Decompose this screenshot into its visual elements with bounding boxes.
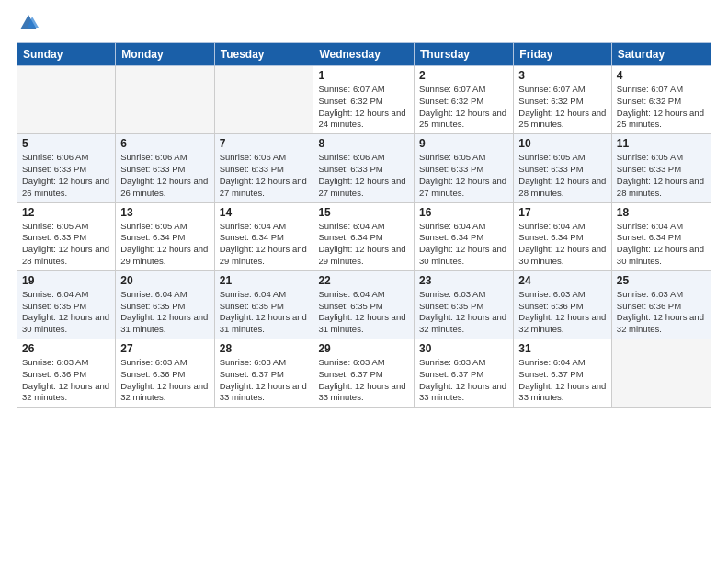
calendar-cell: [17, 66, 116, 134]
calendar-cell: 20Sunrise: 6:04 AM Sunset: 6:35 PM Dayli…: [116, 270, 214, 339]
calendar-cell: 6Sunrise: 6:06 AM Sunset: 6:33 PM Daylig…: [116, 134, 214, 202]
day-number: 24: [518, 274, 607, 287]
calendar-cell: 2Sunrise: 6:07 AM Sunset: 6:32 PM Daylig…: [415, 66, 514, 134]
day-info: Sunrise: 6:07 AM Sunset: 6:32 PM Dayligh…: [518, 84, 607, 131]
col-header-saturday: Saturday: [611, 43, 711, 66]
day-number: 27: [120, 342, 209, 355]
day-info: Sunrise: 6:04 AM Sunset: 6:34 PM Dayligh…: [220, 221, 309, 268]
day-number: 20: [120, 274, 209, 287]
col-header-tuesday: Tuesday: [214, 43, 313, 66]
header: [17, 15, 711, 33]
page: SundayMondayTuesdayWednesdayThursdayFrid…: [0, 0, 728, 563]
day-info: Sunrise: 6:03 AM Sunset: 6:36 PM Dayligh…: [617, 289, 706, 336]
calendar-cell: 1Sunrise: 6:07 AM Sunset: 6:32 PM Daylig…: [313, 66, 415, 134]
calendar-cell: 27Sunrise: 6:03 AM Sunset: 6:36 PM Dayli…: [116, 339, 214, 408]
calendar-week-row: 5Sunrise: 6:06 AM Sunset: 6:33 PM Daylig…: [17, 134, 711, 202]
day-info: Sunrise: 6:03 AM Sunset: 6:37 PM Dayligh…: [419, 357, 508, 404]
day-info: Sunrise: 6:04 AM Sunset: 6:34 PM Dayligh…: [617, 221, 706, 268]
day-number: 13: [120, 206, 209, 219]
calendar-cell: 22Sunrise: 6:04 AM Sunset: 6:35 PM Dayli…: [313, 270, 415, 339]
calendar-cell: 3Sunrise: 6:07 AM Sunset: 6:32 PM Daylig…: [514, 66, 612, 134]
day-number: 5: [22, 137, 110, 150]
logo-icon: [18, 13, 39, 33]
day-number: 26: [22, 342, 110, 355]
calendar-cell: 17Sunrise: 6:04 AM Sunset: 6:34 PM Dayli…: [514, 202, 612, 270]
day-info: Sunrise: 6:06 AM Sunset: 6:33 PM Dayligh…: [220, 152, 309, 199]
day-info: Sunrise: 6:04 AM Sunset: 6:35 PM Dayligh…: [318, 289, 409, 336]
calendar-cell: 5Sunrise: 6:06 AM Sunset: 6:33 PM Daylig…: [17, 134, 116, 202]
calendar-cell: 16Sunrise: 6:04 AM Sunset: 6:34 PM Dayli…: [415, 202, 514, 270]
calendar-cell: 12Sunrise: 6:05 AM Sunset: 6:33 PM Dayli…: [17, 202, 116, 270]
day-info: Sunrise: 6:04 AM Sunset: 6:35 PM Dayligh…: [220, 289, 309, 336]
day-info: Sunrise: 6:04 AM Sunset: 6:35 PM Dayligh…: [120, 289, 209, 336]
calendar-week-row: 1Sunrise: 6:07 AM Sunset: 6:32 PM Daylig…: [17, 66, 711, 134]
day-number: 25: [617, 274, 706, 287]
day-info: Sunrise: 6:05 AM Sunset: 6:33 PM Dayligh…: [617, 152, 706, 199]
calendar-cell: 15Sunrise: 6:04 AM Sunset: 6:34 PM Dayli…: [313, 202, 415, 270]
calendar-cell: 7Sunrise: 6:06 AM Sunset: 6:33 PM Daylig…: [214, 134, 313, 202]
col-header-sunday: Sunday: [17, 43, 116, 66]
day-info: Sunrise: 6:07 AM Sunset: 6:32 PM Dayligh…: [419, 84, 508, 131]
day-info: Sunrise: 6:05 AM Sunset: 6:34 PM Dayligh…: [120, 221, 209, 268]
calendar-cell: [116, 66, 214, 134]
day-number: 1: [318, 69, 409, 82]
day-number: 31: [518, 342, 607, 355]
day-number: 21: [220, 274, 309, 287]
calendar-cell: 25Sunrise: 6:03 AM Sunset: 6:36 PM Dayli…: [611, 270, 711, 339]
calendar: SundayMondayTuesdayWednesdayThursdayFrid…: [17, 42, 711, 408]
calendar-cell: 30Sunrise: 6:03 AM Sunset: 6:37 PM Dayli…: [415, 339, 514, 408]
col-header-friday: Friday: [514, 43, 612, 66]
calendar-cell: 13Sunrise: 6:05 AM Sunset: 6:34 PM Dayli…: [116, 202, 214, 270]
day-number: 4: [617, 69, 706, 82]
day-info: Sunrise: 6:04 AM Sunset: 6:37 PM Dayligh…: [518, 357, 607, 404]
col-header-wednesday: Wednesday: [313, 43, 415, 66]
calendar-cell: 11Sunrise: 6:05 AM Sunset: 6:33 PM Dayli…: [611, 134, 711, 202]
calendar-cell: 28Sunrise: 6:03 AM Sunset: 6:37 PM Dayli…: [214, 339, 313, 408]
day-number: 15: [318, 206, 409, 219]
day-number: 2: [419, 69, 508, 82]
day-info: Sunrise: 6:06 AM Sunset: 6:33 PM Dayligh…: [318, 152, 409, 199]
day-info: Sunrise: 6:07 AM Sunset: 6:32 PM Dayligh…: [617, 84, 706, 131]
calendar-cell: [214, 66, 313, 134]
day-info: Sunrise: 6:05 AM Sunset: 6:33 PM Dayligh…: [419, 152, 508, 199]
calendar-cell: 10Sunrise: 6:05 AM Sunset: 6:33 PM Dayli…: [514, 134, 612, 202]
day-number: 8: [318, 137, 409, 150]
day-number: 12: [22, 206, 110, 219]
day-number: 19: [22, 274, 110, 287]
day-number: 14: [220, 206, 309, 219]
day-number: 16: [419, 206, 508, 219]
day-number: 30: [419, 342, 508, 355]
day-info: Sunrise: 6:05 AM Sunset: 6:33 PM Dayligh…: [518, 152, 607, 199]
calendar-week-row: 19Sunrise: 6:04 AM Sunset: 6:35 PM Dayli…: [17, 270, 711, 339]
day-info: Sunrise: 6:06 AM Sunset: 6:33 PM Dayligh…: [22, 152, 110, 199]
calendar-header-row: SundayMondayTuesdayWednesdayThursdayFrid…: [17, 43, 711, 66]
day-info: Sunrise: 6:04 AM Sunset: 6:34 PM Dayligh…: [518, 221, 607, 268]
col-header-thursday: Thursday: [415, 43, 514, 66]
day-info: Sunrise: 6:03 AM Sunset: 6:35 PM Dayligh…: [419, 289, 508, 336]
day-info: Sunrise: 6:07 AM Sunset: 6:32 PM Dayligh…: [318, 84, 409, 131]
calendar-cell: 29Sunrise: 6:03 AM Sunset: 6:37 PM Dayli…: [313, 339, 415, 408]
day-number: 10: [518, 137, 607, 150]
day-number: 22: [318, 274, 409, 287]
day-info: Sunrise: 6:03 AM Sunset: 6:36 PM Dayligh…: [22, 357, 110, 404]
calendar-week-row: 12Sunrise: 6:05 AM Sunset: 6:33 PM Dayli…: [17, 202, 711, 270]
col-header-monday: Monday: [116, 43, 214, 66]
day-number: 7: [220, 137, 309, 150]
day-number: 18: [617, 206, 706, 219]
day-info: Sunrise: 6:03 AM Sunset: 6:37 PM Dayligh…: [318, 357, 409, 404]
logo: [17, 15, 39, 33]
calendar-cell: 23Sunrise: 6:03 AM Sunset: 6:35 PM Dayli…: [415, 270, 514, 339]
day-number: 3: [518, 69, 607, 82]
day-info: Sunrise: 6:03 AM Sunset: 6:36 PM Dayligh…: [518, 289, 607, 336]
calendar-cell: 21Sunrise: 6:04 AM Sunset: 6:35 PM Dayli…: [214, 270, 313, 339]
day-number: 28: [220, 342, 309, 355]
day-info: Sunrise: 6:04 AM Sunset: 6:34 PM Dayligh…: [419, 221, 508, 268]
day-number: 6: [120, 137, 209, 150]
day-info: Sunrise: 6:03 AM Sunset: 6:37 PM Dayligh…: [220, 357, 309, 404]
day-info: Sunrise: 6:03 AM Sunset: 6:36 PM Dayligh…: [120, 357, 209, 404]
calendar-cell: 9Sunrise: 6:05 AM Sunset: 6:33 PM Daylig…: [415, 134, 514, 202]
day-info: Sunrise: 6:05 AM Sunset: 6:33 PM Dayligh…: [22, 221, 110, 268]
calendar-cell: 14Sunrise: 6:04 AM Sunset: 6:34 PM Dayli…: [214, 202, 313, 270]
day-info: Sunrise: 6:06 AM Sunset: 6:33 PM Dayligh…: [120, 152, 209, 199]
calendar-cell: 8Sunrise: 6:06 AM Sunset: 6:33 PM Daylig…: [313, 134, 415, 202]
